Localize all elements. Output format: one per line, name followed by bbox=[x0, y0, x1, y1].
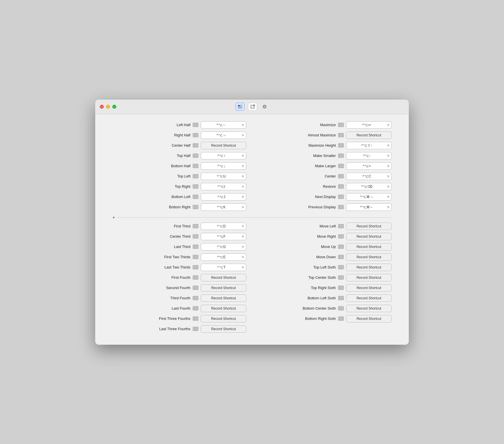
record-shortcut-button[interactable]: Record Shortcut bbox=[346, 253, 392, 261]
position-icon[interactable] bbox=[193, 265, 198, 269]
position-icon[interactable] bbox=[193, 316, 198, 321]
position-icon[interactable] bbox=[338, 184, 344, 189]
shortcuts-tab-button[interactable] bbox=[235, 103, 245, 111]
shortcut-field[interactable]: ^⌥=✕ bbox=[346, 162, 392, 170]
close-button[interactable] bbox=[100, 105, 104, 109]
shortcut-field[interactable]: ^⌥↓✕ bbox=[201, 162, 246, 170]
position-icon[interactable] bbox=[338, 275, 344, 280]
collapse-triangle[interactable]: ▼ bbox=[112, 216, 115, 219]
clear-shortcut-button[interactable]: ✕ bbox=[387, 123, 390, 127]
position-icon[interactable] bbox=[338, 306, 344, 310]
shortcut-field[interactable]: ^⌥K✕ bbox=[201, 203, 246, 211]
clear-shortcut-button[interactable]: ✕ bbox=[387, 195, 390, 199]
position-icon[interactable] bbox=[193, 174, 198, 178]
record-shortcut-button[interactable]: Record Shortcut bbox=[346, 315, 392, 322]
position-icon[interactable] bbox=[338, 316, 344, 321]
clear-shortcut-button[interactable]: ✕ bbox=[241, 154, 244, 158]
position-icon[interactable] bbox=[193, 133, 198, 137]
clear-shortcut-button[interactable]: ✕ bbox=[241, 195, 244, 199]
position-icon[interactable] bbox=[338, 234, 344, 239]
record-shortcut-button[interactable]: Record Shortcut bbox=[346, 132, 392, 139]
shortcut-field[interactable]: ^⌥←✕ bbox=[201, 121, 246, 129]
snap-areas-tab-button[interactable] bbox=[248, 103, 257, 111]
shortcut-field[interactable]: ^⌥U✕ bbox=[201, 173, 246, 180]
clear-shortcut-button[interactable]: ✕ bbox=[241, 164, 244, 168]
record-shortcut-button[interactable]: Record Shortcut bbox=[201, 274, 246, 281]
shortcut-field[interactable]: ^⌥⌘←✕ bbox=[346, 203, 392, 211]
shortcut-field[interactable]: ^⌥↑✕ bbox=[201, 152, 246, 160]
position-icon[interactable] bbox=[193, 154, 198, 158]
shortcut-field[interactable]: ^⌥I✕ bbox=[201, 183, 246, 190]
position-icon[interactable] bbox=[193, 123, 198, 127]
shortcut-field[interactable]: ^⌥F✕ bbox=[201, 233, 246, 240]
clear-shortcut-button[interactable]: ✕ bbox=[241, 235, 244, 238]
clear-shortcut-button[interactable]: ✕ bbox=[387, 144, 390, 147]
position-icon[interactable] bbox=[338, 133, 344, 137]
position-icon[interactable] bbox=[338, 224, 344, 228]
position-icon[interactable] bbox=[338, 195, 344, 199]
shortcut-field[interactable]: ^⌥-✕ bbox=[346, 152, 392, 160]
shortcut-field[interactable]: ^⌥→✕ bbox=[201, 132, 246, 139]
position-icon[interactable] bbox=[338, 123, 344, 127]
position-icon[interactable] bbox=[193, 205, 198, 209]
position-icon[interactable] bbox=[193, 286, 198, 290]
position-icon[interactable] bbox=[338, 265, 344, 269]
record-shortcut-button[interactable]: Record Shortcut bbox=[346, 243, 392, 251]
position-icon[interactable] bbox=[338, 154, 344, 158]
record-shortcut-button[interactable]: Record Shortcut bbox=[346, 305, 392, 312]
shortcut-field[interactable]: ^⌥T✕ bbox=[201, 264, 246, 271]
minimize-button[interactable] bbox=[106, 105, 110, 109]
position-icon[interactable] bbox=[193, 224, 198, 228]
record-shortcut-button[interactable]: Record Shortcut bbox=[201, 142, 246, 149]
shortcut-field[interactable]: ^⌥⇧↑✕ bbox=[346, 142, 392, 149]
position-icon[interactable] bbox=[338, 164, 344, 168]
shortcut-field[interactable]: ^⌥↩✕ bbox=[346, 121, 392, 129]
position-icon[interactable] bbox=[193, 195, 198, 199]
clear-shortcut-button[interactable]: ✕ bbox=[241, 266, 244, 269]
record-shortcut-button[interactable]: Record Shortcut bbox=[201, 294, 246, 302]
clear-shortcut-button[interactable]: ✕ bbox=[241, 205, 244, 209]
record-shortcut-button[interactable]: Record Shortcut bbox=[346, 233, 392, 240]
record-shortcut-button[interactable]: Record Shortcut bbox=[346, 294, 392, 302]
record-shortcut-button[interactable]: Record Shortcut bbox=[346, 264, 392, 271]
clear-shortcut-button[interactable]: ✕ bbox=[241, 185, 244, 188]
shortcut-field[interactable]: ^⌥D✕ bbox=[201, 223, 246, 230]
position-icon[interactable] bbox=[193, 275, 198, 280]
clear-shortcut-button[interactable]: ✕ bbox=[241, 175, 244, 178]
shortcut-field[interactable]: ^⌥G✕ bbox=[201, 243, 246, 251]
position-icon[interactable] bbox=[193, 143, 198, 148]
record-shortcut-button[interactable]: Record Shortcut bbox=[201, 284, 246, 292]
clear-shortcut-button[interactable]: ✕ bbox=[241, 123, 244, 127]
settings-button[interactable]: ⚙ bbox=[261, 103, 269, 111]
clear-shortcut-button[interactable]: ✕ bbox=[241, 134, 244, 137]
maximize-button[interactable] bbox=[112, 105, 116, 109]
position-icon[interactable] bbox=[338, 174, 344, 178]
position-icon[interactable] bbox=[193, 327, 198, 331]
record-shortcut-button[interactable]: Record Shortcut bbox=[346, 274, 392, 281]
position-icon[interactable] bbox=[193, 234, 198, 239]
position-icon[interactable] bbox=[193, 306, 198, 310]
record-shortcut-button[interactable]: Record Shortcut bbox=[201, 325, 246, 333]
position-icon[interactable] bbox=[338, 286, 344, 290]
shortcut-field[interactable]: ^⌥C✕ bbox=[346, 173, 392, 180]
record-shortcut-button[interactable]: Record Shortcut bbox=[346, 284, 392, 292]
position-icon[interactable] bbox=[338, 245, 344, 249]
clear-shortcut-button[interactable]: ✕ bbox=[241, 255, 244, 259]
position-icon[interactable] bbox=[193, 184, 198, 189]
shortcut-field[interactable]: ^⌥E✕ bbox=[201, 253, 246, 261]
position-icon[interactable] bbox=[193, 164, 198, 168]
position-icon[interactable] bbox=[338, 205, 344, 209]
position-icon[interactable] bbox=[338, 143, 344, 148]
clear-shortcut-button[interactable]: ✕ bbox=[387, 175, 390, 178]
clear-shortcut-button[interactable]: ✕ bbox=[241, 245, 244, 249]
clear-shortcut-button[interactable]: ✕ bbox=[387, 185, 390, 188]
clear-shortcut-button[interactable]: ✕ bbox=[387, 154, 390, 158]
position-icon[interactable] bbox=[193, 255, 198, 259]
position-icon[interactable] bbox=[193, 245, 198, 249]
position-icon[interactable] bbox=[338, 255, 344, 259]
shortcut-field[interactable]: ^⌥J✕ bbox=[201, 193, 246, 201]
shortcut-field[interactable]: ^⌥⌫✕ bbox=[346, 183, 392, 190]
record-shortcut-button[interactable]: Record Shortcut bbox=[201, 305, 246, 312]
record-shortcut-button[interactable]: Record Shortcut bbox=[346, 223, 392, 230]
position-icon[interactable] bbox=[338, 296, 344, 300]
